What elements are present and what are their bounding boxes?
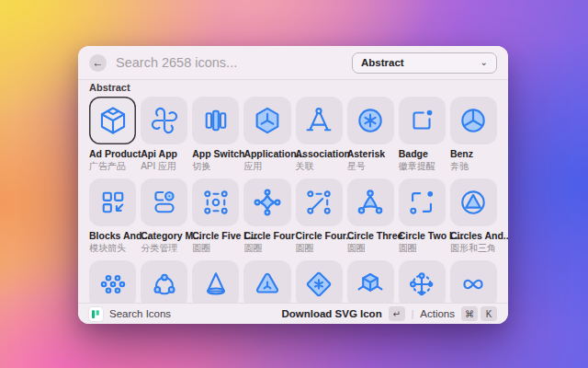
back-button[interactable]: ← (89, 54, 107, 72)
search-bar: ← Abstract ⌄ (78, 46, 508, 80)
icon-cell-badge: Badge徽章提醒 (399, 97, 446, 172)
icon-cell-benz: Benz奔驰 (450, 97, 497, 172)
ad-product-icon (97, 105, 129, 136)
icon-tile-app-switch[interactable] (192, 97, 239, 144)
icon-cell-blocks-and-arrows: Blocks And...模块箭头 (89, 178, 136, 254)
icon-tile-application[interactable] (243, 97, 290, 144)
icon-label: Circle Three (347, 230, 394, 242)
icon-tile-cone[interactable] (192, 260, 239, 308)
icon-tile-circle-five-line[interactable] (192, 178, 239, 226)
app-switch-icon (200, 105, 232, 136)
icon-label-zh: API 应用 (141, 161, 187, 172)
icon-tile-circle-three-nodes[interactable] (141, 260, 187, 308)
icon-label: Category M... (141, 230, 187, 242)
icon-cell-app-switch: App Switch切换 (192, 97, 239, 172)
icon-cell-circle-three-nodes (141, 260, 187, 308)
search-input[interactable] (116, 55, 343, 70)
desktop-background: ← Abstract ⌄ Abstract Ad Product广告产品Api … (0, 0, 588, 368)
icon-tile-asterisk[interactable] (347, 97, 394, 144)
icon-tile-blocks-and-arrows[interactable] (89, 178, 136, 226)
icon-label-zh: 圆圈 (399, 243, 446, 254)
icon-label-zh: 广告产品 (89, 161, 136, 172)
icon-cell-circle-five-line: Circle Five L...圆圈 (192, 178, 239, 254)
icon-tile-ad-product[interactable] (89, 97, 136, 144)
actions-button[interactable]: Actions (420, 308, 455, 319)
icon-cell-association: Association关联 (296, 97, 343, 172)
icon-label: Circle Four... (296, 230, 343, 242)
cone-icon (200, 269, 232, 300)
icon-label-zh: 分类管理 (141, 243, 187, 254)
icon-tile-circles-and-triangles[interactable] (450, 178, 497, 226)
circle-four-icon (252, 187, 283, 218)
icon-label-zh: 圆形和三角 (450, 243, 497, 254)
icon-label-zh: 圆圈 (192, 243, 239, 254)
app-name-label: Search Icons (109, 308, 171, 319)
icon-cell-circles-and-triangles: Circles And...圆形和三角 (450, 178, 497, 254)
icon-label-zh: 圆圈 (296, 243, 343, 254)
dots-seven-icon (97, 269, 129, 300)
icon-tile-association[interactable] (296, 97, 343, 144)
diamond-asterisk-icon (303, 269, 334, 300)
results-area: Abstract Ad Product广告产品Api AppAPI 应用App … (78, 80, 508, 324)
icon-cell-dots-seven (89, 260, 136, 308)
section-header: Abstract (89, 82, 497, 94)
download-svg-button[interactable]: Download SVG Icon (281, 308, 381, 319)
icon-tile-circle-three[interactable] (347, 178, 394, 226)
icon-cell-cross-ring-dots (399, 260, 446, 308)
icon-label: Circle Four (243, 230, 290, 242)
cmd-key-icon[interactable]: ⌘ (461, 306, 478, 321)
circle-three-nodes-icon (149, 269, 180, 300)
icon-label-zh: 关联 (296, 161, 343, 172)
icon-tile-circle-four[interactable] (243, 178, 290, 226)
icon-tile-triangle-round[interactable] (243, 260, 290, 308)
k-key-icon[interactable]: K (481, 306, 497, 321)
category-dropdown-value: Abstract (361, 57, 404, 68)
icon-tile-api-app[interactable] (141, 97, 187, 144)
icon-label-zh: 应用 (243, 161, 290, 172)
icon-tile-circle-four-line[interactable] (296, 178, 343, 226)
icon-cell-circle-four-line: Circle Four...圆圈 (296, 178, 343, 254)
icon-label-zh: 徽章提醒 (399, 161, 446, 172)
icon-tile-cube-axes[interactable] (347, 260, 394, 308)
icon-label: App Switch (192, 148, 239, 160)
icon-tile-cross-ring-dots[interactable] (399, 260, 446, 308)
icon-cell-category-management: Category M...分类管理 (141, 178, 187, 254)
association-icon (303, 105, 334, 136)
icon-label: Circle Two L... (399, 230, 446, 242)
icon-cell-application: Application...应用 (243, 97, 290, 172)
api-app-icon (149, 105, 180, 136)
icon-tile-circle-two-line[interactable] (399, 178, 446, 226)
action-bar: Search Icons Download SVG Icon ↵ | Actio… (78, 303, 508, 324)
footer-divider: | (412, 309, 414, 319)
icon-tile-badge[interactable] (399, 97, 446, 144)
enter-key-icon[interactable]: ↵ (389, 306, 405, 321)
icon-tile-benz[interactable] (450, 97, 497, 144)
infinity-icon (458, 269, 489, 300)
back-arrow-icon: ← (93, 54, 104, 72)
icon-cell-cube-axes (347, 260, 394, 308)
icon-tile-category-management[interactable] (141, 178, 187, 226)
circle-four-line-icon (303, 187, 334, 218)
icon-cell-circle-three: Circle Three圆圈 (347, 178, 394, 254)
icon-tile-dots-seven[interactable] (89, 260, 136, 308)
icon-label: Badge (399, 148, 446, 160)
app-logo-icon (89, 307, 103, 321)
category-management-icon (149, 187, 180, 218)
icon-label-zh: 圆圈 (243, 243, 290, 254)
icon-label: Asterisk (347, 148, 394, 160)
icon-cell-cone (192, 260, 239, 308)
circle-five-line-icon (200, 187, 232, 218)
benz-icon (458, 105, 489, 136)
circles-and-triangles-icon (458, 187, 489, 218)
icon-label: Association (296, 148, 343, 160)
icon-cell-diamond-asterisk (296, 260, 343, 308)
icon-tile-infinity[interactable] (450, 260, 497, 308)
circle-three-icon (355, 187, 386, 218)
icon-cell-api-app: Api AppAPI 应用 (141, 97, 187, 172)
icon-tile-diamond-asterisk[interactable] (296, 260, 343, 308)
category-dropdown[interactable]: Abstract ⌄ (352, 52, 497, 74)
blocks-and-arrows-icon (97, 187, 129, 218)
icon-label: Circles And... (450, 230, 497, 242)
icon-label: Application... (243, 148, 290, 160)
triangle-round-icon (252, 269, 283, 300)
